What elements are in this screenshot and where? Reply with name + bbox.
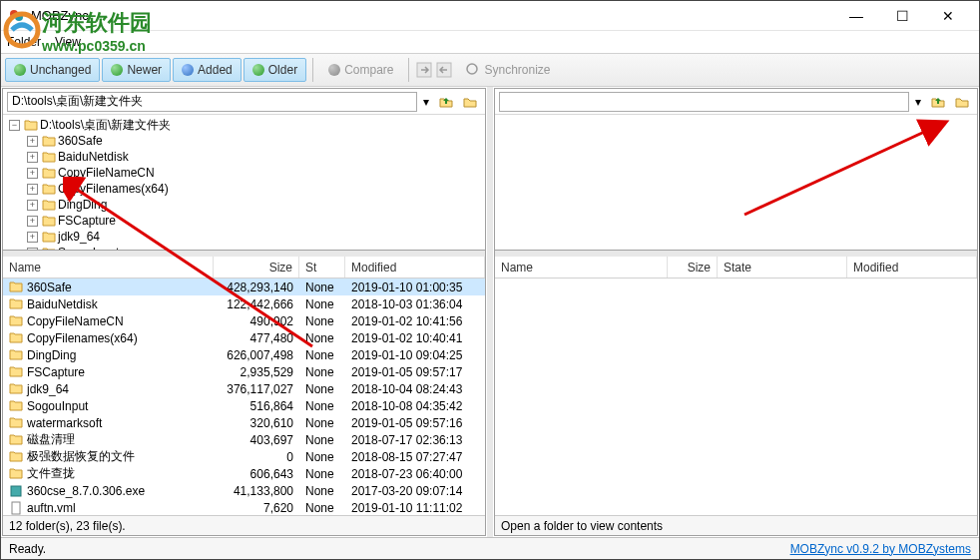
file-icon (9, 501, 23, 515)
circle-green-icon (14, 64, 26, 76)
right-folder-tree[interactable] (495, 115, 977, 251)
table-row[interactable]: FSCapture2,935,529None2019-01-05 09:57:1… (3, 363, 485, 380)
minimize-button[interactable]: — (833, 1, 879, 31)
filter-older-button[interactable]: Older (244, 58, 306, 82)
tree-item[interactable]: +360Safe (5, 133, 483, 149)
expand-icon[interactable]: + (27, 152, 38, 163)
folder-icon (9, 348, 23, 362)
table-row[interactable]: CopyFileNameCN490,902None2019-01-02 10:4… (3, 312, 485, 329)
svg-rect-5 (11, 486, 21, 496)
header-state[interactable]: State (718, 257, 847, 278)
sync-left-icon[interactable] (435, 61, 453, 79)
tree-root[interactable]: −D:\tools\桌面\新建文件夹 (5, 117, 483, 133)
expand-icon[interactable]: + (27, 200, 38, 211)
left-list-header: Name Size St Modified (3, 257, 485, 279)
folder-icon (42, 135, 56, 147)
tree-item[interactable]: +DingDing (5, 197, 483, 213)
folder-icon (24, 119, 38, 131)
circle-green-icon (252, 64, 264, 76)
synchronize-button[interactable]: Synchronize (455, 56, 559, 85)
left-file-list[interactable]: 360Safe428,293,140None2019-01-10 01:00:3… (3, 279, 485, 515)
collapse-icon[interactable]: − (9, 120, 20, 131)
status-text: Ready. (9, 542, 46, 556)
right-pane: ▾ Name Size State Modified Open a folder… (494, 88, 978, 536)
tree-item[interactable]: +FSCapture (5, 213, 483, 229)
header-name[interactable]: Name (495, 257, 668, 278)
folder-icon (9, 331, 23, 345)
table-row[interactable]: auftn.vml7,620None2019-01-10 11:11:02 (3, 499, 485, 515)
folder-icon (9, 416, 23, 430)
expand-icon[interactable]: + (27, 136, 38, 147)
filter-newer-button[interactable]: Newer (102, 58, 171, 82)
header-size[interactable]: Size (214, 257, 299, 278)
table-row[interactable]: 文件查拢606,643None2018-07-23 06:40:00 (3, 465, 485, 482)
version-link[interactable]: MOBZync v0.9.2 by MOBZystems (790, 542, 971, 556)
table-row[interactable]: 360Safe428,293,140None2019-01-10 01:00:3… (3, 279, 485, 295)
table-row[interactable]: 极强数据恢复的文件0None2018-08-15 07:27:47 (3, 448, 485, 465)
tree-item[interactable]: +jdk9_64 (5, 229, 483, 245)
folder-icon (42, 199, 56, 211)
table-row[interactable]: 磁盘清理403,697None2018-07-17 02:36:13 (3, 431, 485, 448)
table-row[interactable]: SogouInput516,864None2018-10-08 04:35:42 (3, 397, 485, 414)
right-up-folder-button[interactable] (927, 92, 949, 112)
folder-icon (9, 399, 23, 413)
table-row[interactable]: 360cse_8.7.0.306.exe41,133,800None2017-0… (3, 482, 485, 499)
maximize-button[interactable]: ☐ (879, 1, 925, 31)
header-size[interactable]: Size (668, 257, 718, 278)
circle-green-icon (111, 64, 123, 76)
left-path-dropdown[interactable]: ▾ (419, 92, 433, 112)
tree-item[interactable]: +BaiduNetdisk (5, 149, 483, 165)
header-name[interactable]: Name (3, 257, 214, 278)
header-st[interactable]: St (299, 257, 345, 278)
panes-container: ▾ −D:\tools\桌面\新建文件夹 +360Safe+BaiduNetdi… (1, 87, 979, 537)
folder-icon (9, 365, 23, 379)
folder-icon (9, 433, 23, 447)
table-row[interactable]: jdk9_64376,117,027None2018-10-04 08:24:4… (3, 380, 485, 397)
compare-icon (328, 64, 340, 76)
header-modified[interactable]: Modified (847, 257, 977, 278)
left-open-folder-button[interactable] (459, 92, 481, 112)
folder-icon (42, 151, 56, 163)
right-path-dropdown[interactable]: ▾ (911, 92, 925, 112)
left-up-folder-button[interactable] (435, 92, 457, 112)
menu-view[interactable]: View (55, 35, 81, 49)
right-path-input[interactable] (499, 92, 909, 112)
menu-folder[interactable]: Folder (7, 35, 41, 49)
table-row[interactable]: DingDing626,007,498None2019-01-10 09:04:… (3, 346, 485, 363)
right-file-list[interactable] (495, 279, 977, 515)
right-status: Open a folder to view contents (495, 515, 977, 535)
tree-item[interactable]: +CopyFileNameCN (5, 165, 483, 181)
folder-icon (9, 280, 23, 294)
sync-right-icon[interactable] (415, 61, 433, 79)
vertical-splitter[interactable] (487, 87, 493, 537)
compare-button[interactable]: Compare (319, 58, 402, 82)
table-row[interactable]: watermarksoft320,610None2019-01-05 09:57… (3, 414, 485, 431)
right-list-header: Name Size State Modified (495, 257, 977, 279)
right-pathbar: ▾ (495, 89, 977, 115)
header-modified[interactable]: Modified (345, 257, 485, 278)
folder-icon (9, 314, 23, 328)
folder-icon (42, 231, 56, 243)
titlebar: MOBZync — ☐ ✕ (1, 1, 979, 31)
folder-icon (42, 167, 56, 179)
toolbar-separator (312, 58, 313, 82)
folder-icon (9, 297, 23, 311)
table-row[interactable]: CopyFilenames(x64)477,480None2019-01-02 … (3, 329, 485, 346)
right-open-folder-button[interactable] (951, 92, 973, 112)
tree-item[interactable]: +CopyFilenames(x64) (5, 181, 483, 197)
left-folder-tree[interactable]: −D:\tools\桌面\新建文件夹 +360Safe+BaiduNetdisk… (3, 115, 485, 251)
expand-icon[interactable]: + (27, 168, 38, 179)
left-pane: ▾ −D:\tools\桌面\新建文件夹 +360Safe+BaiduNetdi… (2, 88, 486, 536)
filter-unchanged-button[interactable]: Unchanged (5, 58, 100, 82)
expand-icon[interactable]: + (27, 232, 38, 243)
menubar: Folder View (1, 31, 979, 53)
expand-icon[interactable]: + (27, 216, 38, 227)
close-button[interactable]: ✕ (925, 1, 971, 31)
folder-icon (9, 467, 23, 481)
left-path-input[interactable] (7, 92, 417, 112)
svg-rect-6 (12, 502, 20, 514)
table-row[interactable]: BaiduNetdisk122,442,666None2018-10-03 01… (3, 295, 485, 312)
window-title: MOBZync (31, 8, 833, 23)
expand-icon[interactable]: + (27, 184, 38, 195)
filter-added-button[interactable]: Added (173, 58, 242, 82)
